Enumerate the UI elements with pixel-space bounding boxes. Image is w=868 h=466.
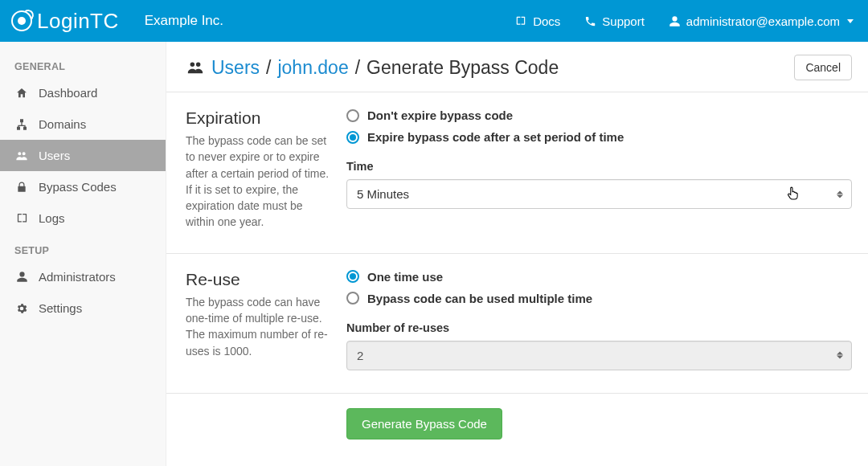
- radio-icon: [346, 109, 359, 122]
- reuse-count-value: 2: [357, 349, 363, 362]
- cancel-button[interactable]: Cancel: [794, 55, 852, 80]
- gears-icon: [14, 302, 29, 315]
- nav-support[interactable]: Support: [584, 14, 645, 28]
- time-value: 5 Minutes: [357, 187, 409, 201]
- radio-icon: [346, 131, 359, 144]
- phone-icon: [584, 15, 596, 27]
- topbar: LoginTC Example Inc. Docs Support admini…: [0, 0, 868, 42]
- sidebar-item-label: Bypass Codes: [39, 180, 117, 194]
- radio-icon: [346, 292, 359, 305]
- radio-label: Expire bypass code after a set period of…: [367, 130, 624, 144]
- expiration-description: The bypass code can be set to never expi…: [186, 133, 334, 231]
- book-icon: [514, 15, 527, 27]
- book-icon: [14, 212, 29, 224]
- brand-logo[interactable]: LoginTC: [11, 9, 119, 34]
- breadcrumb-sep: /: [266, 57, 271, 79]
- user-icon: [669, 15, 681, 27]
- sidebar-item-logs[interactable]: Logs: [0, 202, 166, 234]
- page-header: Users / john.doe / Generate Bypass Code …: [166, 42, 868, 92]
- breadcrumb-users[interactable]: Users: [211, 57, 260, 79]
- breadcrumb: Users / john.doe / Generate Bypass Code: [186, 57, 559, 79]
- footer-actions: Generate Bypass Code: [166, 394, 868, 459]
- radio-label: Don't expire bypass code: [367, 108, 513, 122]
- time-select[interactable]: 5 Minutes: [346, 179, 852, 209]
- nav-account-label: administrator@example.com: [686, 14, 840, 28]
- reuse-description: The bypass code can have one-time of mul…: [186, 294, 334, 359]
- topnav: Docs Support administrator@example.com: [514, 14, 854, 28]
- expiration-title: Expiration: [186, 108, 334, 128]
- nav-support-label: Support: [602, 14, 645, 28]
- radio-reuse-once[interactable]: One time use: [346, 270, 852, 284]
- brand-name: LoginTC: [37, 9, 119, 34]
- radio-reuse-multi[interactable]: Bypass code can be used multiple time: [346, 292, 852, 305]
- radio-label: One time use: [367, 270, 443, 284]
- breadcrumb-current: Generate Bypass Code: [366, 57, 559, 79]
- org-name[interactable]: Example Inc.: [145, 13, 223, 29]
- home-icon: [14, 87, 29, 100]
- section-reuse: Re-use The bypass code can have one-time…: [166, 254, 868, 394]
- users-icon: [14, 149, 29, 162]
- sidebar-item-domains[interactable]: Domains: [0, 108, 166, 140]
- svg-rect-0: [21, 120, 23, 122]
- sidebar-item-bypass-codes[interactable]: Bypass Codes: [0, 171, 166, 202]
- sidebar-item-label: Dashboard: [39, 86, 97, 100]
- radio-icon: [346, 270, 359, 283]
- svg-rect-1: [18, 127, 20, 129]
- select-arrows-icon: [837, 190, 843, 198]
- logo-icon: [11, 10, 32, 31]
- chevron-down-icon: [847, 19, 854, 23]
- sidebar-item-label: Logs: [39, 211, 65, 225]
- section-expiration: Expiration The bypass code can be set to…: [166, 92, 868, 254]
- sidebar-section-setup: SETUP: [0, 234, 166, 261]
- radio-expire-after[interactable]: Expire bypass code after a set period of…: [346, 130, 852, 144]
- sidebar-item-label: Domains: [39, 117, 86, 131]
- cursor-icon: [785, 186, 800, 202]
- sidebar-item-dashboard[interactable]: Dashboard: [0, 77, 166, 108]
- breadcrumb-sep: /: [355, 57, 360, 79]
- users-icon: [186, 59, 205, 76]
- select-arrows-icon: [837, 352, 843, 359]
- sidebar-item-label: Settings: [39, 301, 82, 315]
- reuse-count-select[interactable]: 2: [346, 341, 852, 370]
- lock-icon: [14, 181, 29, 194]
- nav-account[interactable]: administrator@example.com: [669, 14, 854, 28]
- radio-label: Bypass code can be used multiple time: [367, 292, 592, 305]
- time-label: Time: [346, 160, 852, 173]
- breadcrumb-user[interactable]: john.doe: [277, 57, 348, 79]
- nav-docs-label: Docs: [533, 14, 560, 28]
- svg-rect-2: [24, 127, 27, 129]
- sitemap-icon: [14, 118, 29, 131]
- sidebar-section-general: GENERAL: [0, 50, 166, 77]
- generate-button[interactable]: Generate Bypass Code: [346, 408, 502, 439]
- sidebar-item-label: Users: [39, 149, 70, 162]
- radio-expire-never[interactable]: Don't expire bypass code: [346, 108, 852, 122]
- sidebar-item-settings[interactable]: Settings: [0, 292, 166, 324]
- nav-docs[interactable]: Docs: [514, 14, 560, 28]
- sidebar-item-administrators[interactable]: Administrators: [0, 261, 166, 292]
- sidebar-item-label: Administrators: [39, 270, 116, 284]
- sidebar-item-users[interactable]: Users: [0, 140, 166, 171]
- sidebar: GENERAL Dashboard Domains Users Bypass C…: [0, 42, 166, 466]
- reuse-title: Re-use: [186, 270, 334, 289]
- main-content: Users / john.doe / Generate Bypass Code …: [166, 42, 868, 466]
- user-icon: [14, 271, 29, 283]
- reuse-count-label: Number of re-uses: [346, 321, 852, 334]
